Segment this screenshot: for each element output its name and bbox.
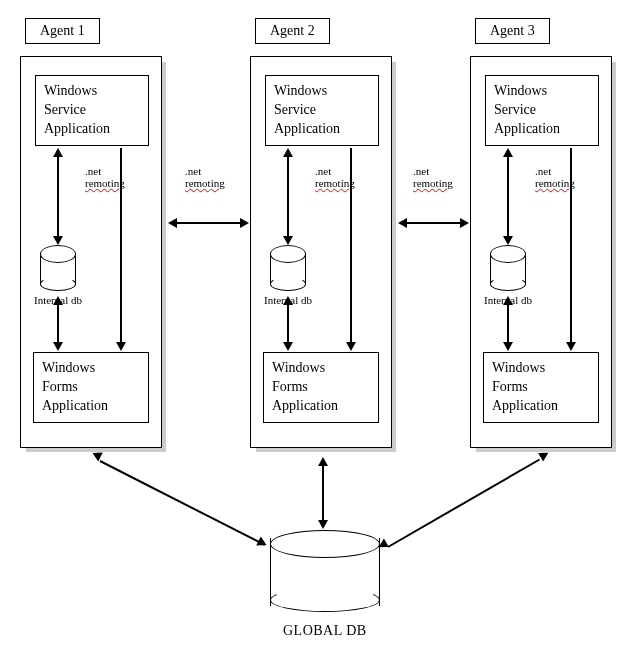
connector-line — [120, 148, 122, 344]
arrowhead-icon — [53, 342, 63, 351]
arrowhead-icon — [283, 342, 293, 351]
forms-app-text-2: Windows Forms Application — [272, 360, 338, 413]
arrowhead-icon — [503, 236, 513, 245]
connector-line — [176, 222, 242, 224]
forms-app-box-2: Windows Forms Application — [263, 352, 379, 423]
arrowhead-icon — [283, 236, 293, 245]
remoting-label-internal-3: .netremoting — [535, 165, 575, 189]
global-db-icon — [270, 530, 380, 612]
service-app-text-2: Windows Service Application — [274, 83, 340, 136]
connector-line — [350, 148, 352, 344]
service-app-box-1: Windows Service Application — [35, 75, 149, 146]
forms-app-text-3: Windows Forms Application — [492, 360, 558, 413]
service-app-text-3: Windows Service Application — [494, 83, 560, 136]
connector-line — [388, 459, 541, 548]
forms-app-box-3: Windows Forms Application — [483, 352, 599, 423]
remoting-label-between-2: .netremoting — [413, 165, 453, 189]
internal-db-icon-3 — [490, 245, 526, 291]
connector-line — [57, 304, 59, 344]
connector-line — [570, 148, 572, 344]
connector-line — [287, 156, 289, 238]
arrowhead-icon — [346, 342, 356, 351]
forms-app-text-1: Windows Forms Application — [42, 360, 108, 413]
global-db-label: GLOBAL DB — [283, 623, 367, 639]
arrowhead-icon — [566, 342, 576, 351]
remoting-label-internal-1: .netremoting — [85, 165, 125, 189]
arrowhead-icon — [256, 537, 269, 550]
arrowhead-icon — [240, 218, 249, 228]
arrowhead-icon — [116, 342, 126, 351]
connector-line — [507, 304, 509, 344]
connector-line — [322, 465, 324, 522]
connector-line — [287, 304, 289, 344]
service-app-box-2: Windows Service Application — [265, 75, 379, 146]
forms-app-box-1: Windows Forms Application — [33, 352, 149, 423]
arrowhead-icon — [53, 236, 63, 245]
service-app-box-3: Windows Service Application — [485, 75, 599, 146]
arrowhead-icon — [318, 520, 328, 529]
remoting-label-internal-2: .netremoting — [315, 165, 355, 189]
connector-line — [100, 460, 266, 546]
connector-line — [57, 156, 59, 238]
arrowhead-icon — [503, 342, 513, 351]
internal-db-icon-1 — [40, 245, 76, 291]
remoting-label-between-1: .netremoting — [185, 165, 225, 189]
internal-db-icon-2 — [270, 245, 306, 291]
agent-label-2: Agent 2 — [255, 18, 330, 44]
arrowhead-icon — [460, 218, 469, 228]
connector-line — [507, 156, 509, 238]
service-app-text-1: Windows Service Application — [44, 83, 110, 136]
agent-label-1: Agent 1 — [25, 18, 100, 44]
agent-label-3: Agent 3 — [475, 18, 550, 44]
connector-line — [406, 222, 462, 224]
